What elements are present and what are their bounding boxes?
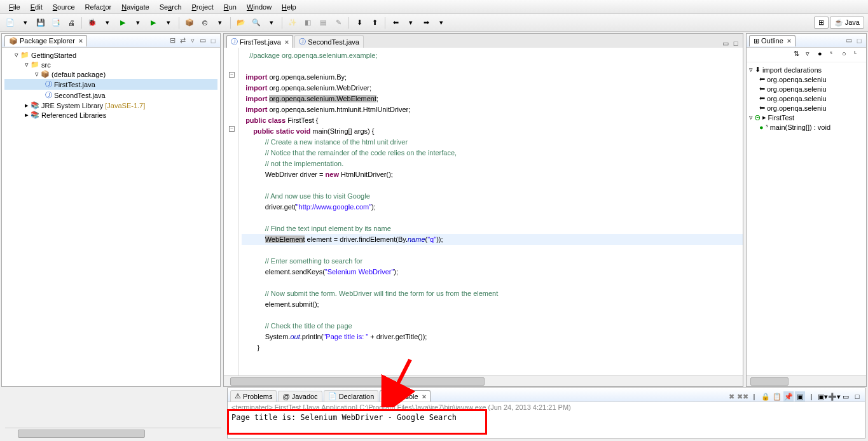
hide-static-icon[interactable]: ˢ [830,50,840,60]
close-icon[interactable]: × [79,37,83,45]
remove-all-btn[interactable]: ✖✖ [738,391,748,402]
new-dd[interactable]: ▾ [19,17,32,29]
maximize-btn[interactable]: □ [209,36,217,45]
prev-ann-btn[interactable]: ⬆ [368,17,381,29]
maximize-btn[interactable]: □ [852,391,862,402]
remove-launch-btn[interactable]: ✖ [726,391,736,402]
src-node[interactable]: ▿ 📁 src [4,60,217,69]
editor-hscroll[interactable] [224,375,743,386]
outline-tree[interactable]: ▿ ⬇ import declarations ⬅ org.openqa.sel… [747,62,866,375]
pin-console-btn[interactable]: 📌 [783,391,794,402]
imports-node[interactable]: ▿ ⬇ import declarations [749,65,864,74]
import-item[interactable]: ⬅ org.openqa.seleniu [749,103,864,113]
new-btn[interactable]: 📄 [4,17,17,29]
class-node[interactable]: ▿ Θ▸ FirstTest [749,113,864,122]
declaration-tab[interactable]: 📄 Declaration [324,390,379,402]
open-console-btn[interactable]: ▣▾ [818,391,828,402]
code-editor[interactable]: − − //package org.openqa.selenium.exampl… [224,48,743,375]
wand-btn[interactable]: ✨ [286,17,299,29]
save-btn[interactable]: 💾 [34,17,47,29]
pkg-hscroll[interactable] [5,428,221,438]
run-last-btn[interactable]: ▶ [147,17,160,29]
mark-btn[interactable]: ▤ [317,17,329,29]
editor-tab-1[interactable]: Ⓙ FirstTest.java × [226,35,293,48]
maximize-btn[interactable]: □ [855,36,864,45]
debug-btn[interactable]: 🐞 [86,17,99,29]
jre-node[interactable]: ▸ 📚 JRE System Library [JavaSE-1.7] [4,101,217,110]
method-node[interactable]: ●ˢ main(String[]) : void [749,122,864,132]
menu-file[interactable]: FFileile [4,1,25,13]
package-explorer-tab[interactable]: 📦 Package Explorer × [4,35,87,46]
print-btn[interactable]: 🖨 [65,17,78,29]
close-icon[interactable]: × [422,393,426,400]
file1-node[interactable]: Ⓙ FirstTest.java [4,79,217,90]
import-item[interactable]: ⬅ org.openqa.seleniu [749,94,864,103]
back-btn[interactable]: ⬅ [389,17,402,29]
search-btn[interactable]: 🔍 [250,17,263,29]
save-all-btn[interactable]: 📑 [50,17,62,29]
next-ann-btn[interactable]: ⬇ [353,17,366,29]
menu-navigate[interactable]: Navigate [116,1,154,13]
editor-tab-2[interactable]: Ⓙ SecondTest.java [294,35,364,48]
display-console-btn[interactable]: ▣ [795,391,805,402]
gutter[interactable]: − − [224,48,239,375]
pencil-btn[interactable]: ✎ [332,17,345,29]
debug-dd[interactable]: ▾ [101,17,114,29]
toggle-btn[interactable]: ◧ [301,17,314,29]
outline-tab[interactable]: ⊞ Outline × [749,35,796,46]
menu-refactor[interactable]: Refactor [80,1,117,13]
new-class-btn[interactable]: © [198,17,211,29]
search-dd[interactable]: ▾ [265,17,278,29]
hide-fields-icon[interactable]: ● [818,50,828,60]
run-dd[interactable]: ▾ [132,17,144,29]
menu-search[interactable]: Search [155,1,187,13]
run-last-dd[interactable]: ▾ [162,17,175,29]
minimize-btn[interactable]: ▭ [721,39,730,48]
open-type-btn[interactable]: 📂 [235,17,247,29]
maximize-btn[interactable]: □ [731,39,740,48]
view-menu-btn[interactable]: ▿ [188,36,197,45]
java-perspective-btn[interactable]: ☕ Java [830,17,864,29]
menu-project[interactable]: Project [187,1,219,13]
minimize-btn[interactable]: ▭ [844,36,853,45]
new-console-btn[interactable]: ➕▾ [829,391,839,402]
menu-help[interactable]: Help [277,1,301,13]
import-item[interactable]: ⬅ org.openqa.seleniu [749,74,864,84]
file2-node[interactable]: Ⓙ SecondTest.java [4,90,217,101]
new-type-dd[interactable]: ▾ [214,17,226,29]
hide-local-icon[interactable]: ᴸ [854,50,864,60]
outline-hscroll[interactable] [747,375,866,386]
package-tree[interactable]: ▿ 📁 GettingStarted ▿ 📁 src ▿ 📦 (default … [2,48,220,386]
ref-libs-node[interactable]: ▸ 📚 Referenced Libraries [4,110,217,120]
menu-edit[interactable]: Edit [25,1,48,13]
link-editor-btn[interactable]: ⇄ [178,36,187,45]
sort-icon[interactable]: ⇅ [794,50,804,60]
open-perspective-btn[interactable]: ⊞ [814,17,829,29]
run-btn[interactable]: ▶ [116,17,129,29]
close-icon[interactable]: × [787,37,791,45]
console-tab[interactable]: ▣ Console × [380,390,431,402]
fold-icon[interactable]: − [229,72,235,78]
back-dd[interactable]: ▾ [404,17,417,29]
scroll-lock-btn[interactable]: 🔒 [761,391,771,402]
project-node[interactable]: ▿ 📁 GettingStarted [4,50,217,60]
menu-run[interactable]: Run [219,1,242,13]
minimize-btn[interactable]: ▭ [841,391,851,402]
menu-window[interactable]: Window [242,1,277,13]
fold-icon[interactable]: − [229,126,235,132]
collapse-all-btn[interactable]: ⊟ [168,36,177,45]
minimize-btn[interactable]: ▭ [198,36,207,45]
fwd-dd[interactable]: ▾ [435,17,448,29]
javadoc-tab[interactable]: @ Javadoc [278,391,322,402]
import-item[interactable]: ⬅ org.openqa.seleniu [749,84,864,94]
hide-nonpublic-icon[interactable]: ○ [842,50,852,60]
new-pkg-btn[interactable]: 📦 [183,17,196,29]
default-pkg-node[interactable]: ▿ 📦 (default package) [4,69,217,79]
console-output: Page title is: Selenium WebDriver - Goog… [228,412,865,423]
problems-tab[interactable]: ⚠ Problems [230,390,277,402]
filter-icon[interactable]: ▿ [806,50,816,60]
clear-console-btn[interactable]: 📋 [772,391,782,402]
menu-source[interactable]: Source [48,1,80,13]
fwd-btn[interactable]: ➡ [420,17,432,29]
close-icon[interactable]: × [285,38,289,46]
